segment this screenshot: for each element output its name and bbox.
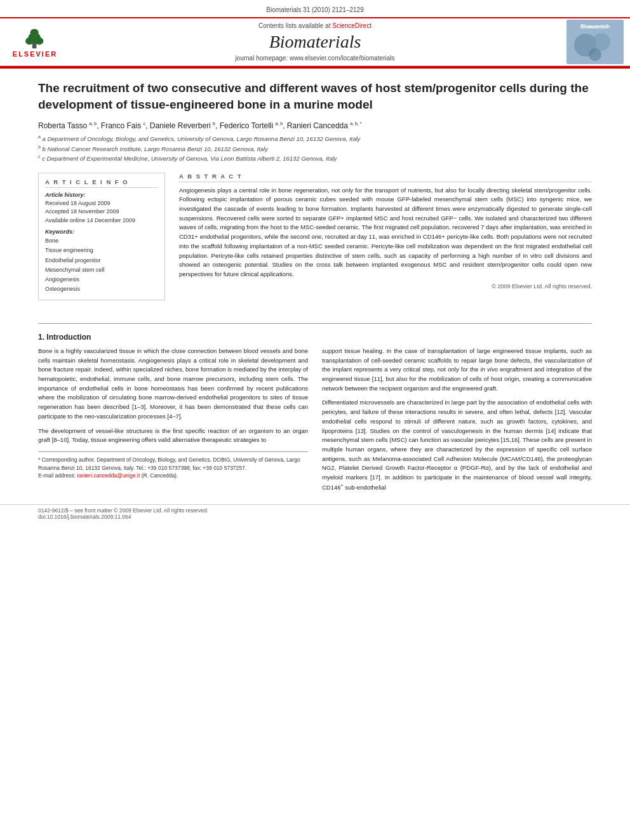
keyword-2: Tissue engineering bbox=[45, 246, 158, 255]
journal-center: Contents lists available at ScienceDirec… bbox=[64, 18, 566, 65]
body-content: 1. Introduction Bone is a highly vascula… bbox=[0, 323, 630, 498]
journal-citation: Biomaterials 31 (2010) 2121–2129 bbox=[0, 4, 630, 15]
section1-title: 1. Introduction bbox=[38, 333, 592, 342]
keywords-list: Bone Tissue engineering Endothelial prog… bbox=[45, 236, 158, 295]
journal-homepage: journal homepage: www.elsevier.com/locat… bbox=[70, 55, 560, 62]
footnote-star: * Corresponding author. Department of On… bbox=[38, 456, 308, 472]
svg-point-3 bbox=[35, 37, 43, 45]
email-link[interactable]: ranieri.cancedda@unige.it bbox=[77, 472, 140, 479]
affiliation-b: b b National Cancer Research Institute, … bbox=[38, 144, 592, 154]
copyright: © 2009 Elsevier Ltd. All rights reserved… bbox=[179, 283, 592, 290]
history-label: Article history: bbox=[45, 192, 158, 198]
elsevier-tree-icon bbox=[19, 26, 51, 50]
journal-header: Biomaterials 31 (2010) 2121–2129 bbox=[0, 0, 630, 18]
body-left-col: Bone is a highly vascularized tissue in … bbox=[38, 347, 308, 498]
keyword-5: Angiogenesis bbox=[45, 275, 158, 284]
article-info-header: A R T I C L E I N F O bbox=[45, 178, 158, 188]
biomaterials-logo: Biomaterials Biomaterials bbox=[566, 20, 624, 64]
biomaterials-logo-text: Biomaterials bbox=[566, 23, 624, 29]
svg-point-8 bbox=[589, 48, 601, 61]
bottom-copyright: 0142-9612/$ – see front matter © 2009 El… bbox=[38, 507, 592, 514]
bottom-bar: 0142-9612/$ – see front matter © 2009 El… bbox=[0, 504, 630, 523]
svg-point-2 bbox=[25, 37, 34, 45]
available-date: Available online 14 December 2009 bbox=[45, 217, 158, 225]
page: Biomaterials 31 (2010) 2121–2129 ELSEVIE… bbox=[0, 0, 630, 840]
sciencedirect-link[interactable]: ScienceDirect bbox=[332, 22, 372, 29]
elsevier-logo: ELSEVIER bbox=[6, 20, 64, 64]
sciencedirect-line: Contents lists available at ScienceDirec… bbox=[70, 22, 560, 29]
svg-point-4 bbox=[30, 29, 39, 36]
body-para-3: support tissue healing. In the case of t… bbox=[322, 347, 592, 394]
affiliation-c: c c Department of Experimental Medicine,… bbox=[38, 154, 592, 163]
abstract-header: A B S T R A C T bbox=[179, 173, 592, 182]
keyword-6: Osteogenesis bbox=[45, 284, 158, 294]
keyword-3: Endothelial progenitor bbox=[45, 256, 158, 265]
article-info-box: A R T I C L E I N F O Article history: R… bbox=[38, 173, 165, 300]
svg-point-7 bbox=[593, 33, 610, 51]
accepted-date: Accepted 18 November 2009 bbox=[45, 208, 158, 217]
footnote-area: * Corresponding author. Department of On… bbox=[38, 451, 308, 480]
abstract-col: A B S T R A C T Angiogenesis plays a cen… bbox=[179, 173, 592, 300]
keywords-label: Keywords: bbox=[45, 229, 158, 235]
bottom-doi: doi:10.1016/j.biomaterials.2009.11.064 bbox=[38, 514, 592, 520]
affiliations: a a Department of Oncology, Biology, and… bbox=[38, 134, 592, 163]
divider bbox=[38, 323, 592, 324]
article-title: The recruitment of two consecutive and d… bbox=[38, 80, 592, 112]
affiliation-a: a a Department of Oncology, Biology, and… bbox=[38, 134, 592, 143]
journal-name: Biomaterials bbox=[70, 32, 560, 52]
two-col-section: A R T I C L E I N F O Article history: R… bbox=[38, 173, 592, 300]
body-para-2: The development of vessel-like structure… bbox=[38, 427, 308, 445]
keyword-4: Mesenchymal stem cell bbox=[45, 265, 158, 275]
elsevier-wordmark: ELSEVIER bbox=[13, 50, 57, 58]
authors: Roberta Tasso a, b, Franco Fais c, Danie… bbox=[38, 121, 592, 130]
footnote-email: E-mail address: ranieri.cancedda@unige.i… bbox=[38, 472, 308, 480]
body-right-col: support tissue healing. In the case of t… bbox=[322, 347, 592, 498]
article-info-col: A R T I C L E I N F O Article history: R… bbox=[38, 173, 165, 300]
header-banner: ELSEVIER Contents lists available at Sci… bbox=[0, 18, 630, 66]
two-col-body: Bone is a highly vascularized tissue in … bbox=[38, 347, 592, 498]
keyword-1: Bone bbox=[45, 236, 158, 246]
body-para-4: Differentiated microvessels are characte… bbox=[322, 398, 592, 492]
main-content: The recruitment of two consecutive and d… bbox=[0, 69, 630, 313]
abstract-text: Angiogenesis plays a central role in bon… bbox=[179, 186, 592, 279]
received-date: Received 18 August 2009 bbox=[45, 199, 158, 208]
body-para-1: Bone is a highly vascularized tissue in … bbox=[38, 347, 308, 422]
